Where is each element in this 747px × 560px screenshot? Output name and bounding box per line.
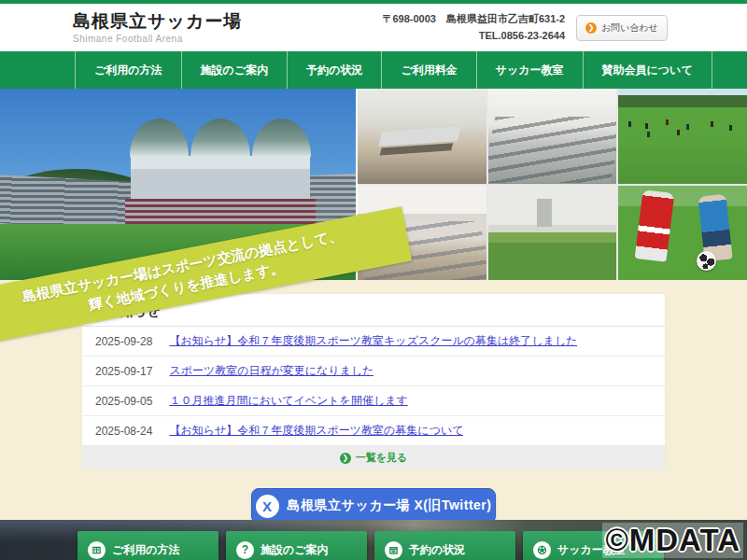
- x-button-label: 島根県立サッカー場 X(旧Twitter): [288, 497, 492, 514]
- soccer-ball: [697, 251, 716, 271]
- photo-meeting-room-1: [358, 89, 486, 184]
- footer-button-label: 予約の状況: [409, 542, 465, 558]
- nav-item-fees[interactable]: ご利用料金: [381, 51, 475, 89]
- arrow-circle-icon: ❯: [585, 22, 597, 34]
- site-brand: 島根県立サッカー場 Shimane Football Arena: [0, 11, 242, 44]
- news-date: 2025-09-05: [95, 395, 152, 408]
- news-card: お知らせ 2025-09-28 【お知らせ】令和７年度後期スポーツ教室キッズスク…: [82, 294, 665, 469]
- main-nav: ご利用の方法 施設のご案内 予約の状況 ご利用料金 サッカー教室 賛助会員につい…: [0, 51, 747, 89]
- contact-button-label: お問い合わせ: [601, 21, 658, 35]
- footer-button-facilities[interactable]: ? 施設のご案内: [226, 531, 367, 560]
- calendar-icon: [385, 541, 402, 559]
- photo-soccer-field: [618, 89, 747, 184]
- news-date: 2025-08-24: [95, 425, 152, 438]
- stadium-stand-body: [131, 156, 310, 199]
- hero-section: 島根県立サッカー場はスポーツ交流の拠点として、 輝く地域づくりを推進します。: [0, 89, 747, 280]
- news-item: 2025-09-17 スポーツ教室の日程が変更になりました: [82, 357, 665, 386]
- photo-kids-soccer: [618, 186, 747, 281]
- watermark: ©MDATA: [602, 523, 743, 558]
- phone-number: TEL.0856-23-2644: [382, 28, 565, 45]
- footer-button-usage[interactable]: ご利用の方法: [78, 531, 218, 560]
- footer-button-reservation[interactable]: 予約の状況: [374, 531, 515, 560]
- footer-button-label: ご利用の方法: [112, 542, 180, 558]
- stadium-stand-left: [0, 175, 133, 230]
- news-link[interactable]: 【お知らせ】令和７年度後期スポーツ教室キッズスクールの募集は終了しました: [169, 333, 577, 349]
- footer-button-label: 施設のご案内: [261, 542, 329, 558]
- stadium-stand-main: [129, 119, 312, 229]
- news-item: 2025-08-24 【お知らせ】令和７年度後期スポーツ教室の募集について: [82, 416, 665, 446]
- photo-meeting-room-2: [488, 89, 617, 184]
- news-date: 2025-09-17: [95, 365, 152, 378]
- view-all-label: 一覧を見る: [356, 451, 408, 465]
- question-icon: ?: [236, 541, 254, 559]
- soccer-ball-icon: [533, 541, 551, 559]
- news-link[interactable]: １０月推進月間においてイベントを開催します: [169, 393, 407, 409]
- nav-item-supporting-members[interactable]: 賛助会員について: [583, 51, 712, 89]
- site-title: 島根県立サッカー場: [73, 11, 242, 33]
- news-item: 2025-09-05 １０月推進月間においてイベントを開催します: [82, 386, 665, 416]
- nav-item-soccer-school[interactable]: サッカー教室: [476, 51, 583, 89]
- x-logo-icon: X: [256, 495, 279, 518]
- postal-address: 〒698-0003 島根県益田市乙吉町631-2: [382, 11, 565, 28]
- player-red: [635, 189, 675, 262]
- view-all-link[interactable]: ❯ 一覧を見る: [340, 451, 408, 465]
- news-footer: ❯ 一覧を見る: [82, 446, 665, 469]
- x-twitter-button[interactable]: X 島根県立サッカー場 X(旧Twitter): [251, 488, 496, 524]
- news-link[interactable]: スポーツ教室の日程が変更になりました: [169, 363, 374, 379]
- photo-indoor-turf-room: [488, 186, 617, 281]
- nav-item-facilities[interactable]: 施設のご案内: [181, 51, 288, 89]
- guide-book-icon: [88, 541, 106, 559]
- news-date: 2025-09-28: [95, 335, 152, 348]
- news-link[interactable]: 【お知らせ】令和７年度後期スポーツ教室の募集について: [169, 423, 463, 439]
- nav-item-reservation[interactable]: 予約の状況: [287, 51, 381, 89]
- footer-buttons: ご利用の方法 ? 施設のご案内 予約の状況 サッカー教室: [78, 531, 664, 560]
- contact-button[interactable]: ❯ お問い合わせ: [576, 15, 668, 41]
- site-subtitle: Shimane Football Arena: [73, 34, 242, 44]
- facility-photo-grid: [358, 89, 747, 280]
- news-item: 2025-09-28 【お知らせ】令和７年度後期スポーツ教室キッズスクールの募集…: [82, 327, 665, 357]
- nav-item-usage[interactable]: ご利用の方法: [75, 51, 181, 89]
- arrow-circle-icon: ❯: [340, 453, 351, 464]
- header: 島根県立サッカー場 Shimane Football Arena 〒698-00…: [0, 4, 747, 51]
- contact-info: 〒698-0003 島根県益田市乙吉町631-2 TEL.0856-23-264…: [382, 11, 565, 44]
- header-contact-area: 〒698-0003 島根県益田市乙吉町631-2 TEL.0856-23-264…: [382, 11, 747, 44]
- stadium-roof: [129, 119, 312, 158]
- page: 島根県立サッカー場 Shimane Football Arena 〒698-00…: [0, 0, 747, 560]
